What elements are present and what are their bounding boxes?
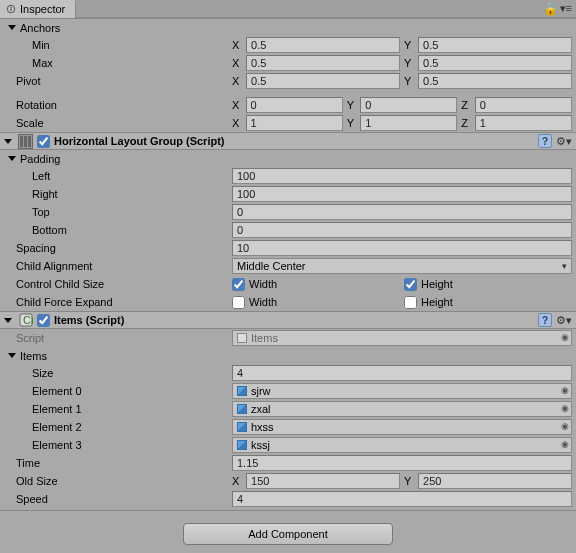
- help-icon[interactable]: ?: [538, 313, 552, 327]
- anchor-min-label: Min: [4, 39, 232, 51]
- scale-x-input[interactable]: [246, 115, 343, 131]
- size-label: Size: [4, 367, 232, 379]
- svg-point-1: [10, 7, 11, 8]
- items-array-header[interactable]: Items: [0, 347, 576, 364]
- rotation-row: Rotation X Y Z: [0, 96, 576, 114]
- oldsize-y-input[interactable]: [418, 473, 572, 489]
- hlg-title: Horizontal Layout Group (Script): [54, 135, 538, 147]
- object-picker-icon[interactable]: ◉: [561, 385, 569, 395]
- spacing-label: Spacing: [4, 242, 232, 254]
- scale-z-input[interactable]: [475, 115, 572, 131]
- anchor-max-y-input[interactable]: [418, 55, 572, 71]
- pivot-row: Pivot X Y: [0, 72, 576, 90]
- time-input[interactable]: [232, 455, 572, 471]
- lock-icon[interactable]: 🔒: [543, 2, 558, 16]
- svg-text:C#: C#: [23, 314, 33, 326]
- foldout-icon: [4, 318, 12, 323]
- hlg-component-header[interactable]: Horizontal Layout Group (Script) ? ⚙▾: [0, 132, 576, 150]
- control-child-size-label: Control Child Size: [4, 278, 232, 290]
- padding-top-input[interactable]: [232, 204, 572, 220]
- pivot-y-input[interactable]: [418, 73, 572, 89]
- rotation-label: Rotation: [4, 99, 232, 111]
- anchor-max-label: Max: [4, 57, 232, 69]
- script-icon: C#: [18, 313, 33, 328]
- gear-icon[interactable]: ⚙▾: [556, 135, 572, 148]
- cfe-height-checkbox[interactable]: [404, 296, 417, 309]
- anchor-min-x-input[interactable]: [246, 37, 400, 53]
- object-picker-icon[interactable]: ◉: [561, 439, 569, 449]
- element0-field[interactable]: sjrw◉: [232, 383, 572, 399]
- anchor-min-row: Min X Y: [0, 36, 576, 54]
- element2-field[interactable]: hxss◉: [232, 419, 572, 435]
- csharp-icon: [237, 333, 247, 343]
- size-input[interactable]: [232, 365, 572, 381]
- padding-left-input[interactable]: [232, 168, 572, 184]
- anchor-min-y-input[interactable]: [418, 37, 572, 53]
- anchors-header[interactable]: Anchors: [0, 19, 576, 36]
- svg-rect-3: [20, 136, 23, 147]
- scale-y-input[interactable]: [360, 115, 457, 131]
- svg-rect-2: [11, 8, 12, 11]
- padding-top-label: Top: [4, 206, 232, 218]
- object-picker-icon[interactable]: ◉: [561, 421, 569, 431]
- speed-input[interactable]: [232, 491, 572, 507]
- script-field[interactable]: Items◉: [232, 330, 572, 346]
- hlg-enabled-checkbox[interactable]: [37, 135, 50, 148]
- gameobject-icon: [237, 404, 247, 414]
- items-enabled-checkbox[interactable]: [37, 314, 50, 327]
- object-picker-icon[interactable]: ◉: [561, 332, 569, 342]
- tab-empty-area: 🔒 ▾≡: [76, 0, 576, 18]
- object-picker-icon[interactable]: ◉: [561, 403, 569, 413]
- axis-x-label: X: [232, 39, 242, 51]
- ccs-height-checkbox[interactable]: [404, 278, 417, 291]
- scale-label: Scale: [4, 117, 232, 129]
- cfe-width-checkbox[interactable]: [232, 296, 245, 309]
- element0-label: Element 0: [4, 385, 232, 397]
- gameobject-icon: [237, 422, 247, 432]
- padding-header[interactable]: Padding: [0, 150, 576, 167]
- padding-right-input[interactable]: [232, 186, 572, 202]
- items-title: Items (Script): [54, 314, 538, 326]
- script-label: Script: [4, 332, 232, 344]
- gameobject-icon: [237, 440, 247, 450]
- element3-label: Element 3: [4, 439, 232, 451]
- anchors-label: Anchors: [20, 22, 60, 34]
- anchor-max-x-input[interactable]: [246, 55, 400, 71]
- add-component-button[interactable]: Add Component: [183, 523, 393, 545]
- padding-left-label: Left: [4, 170, 232, 182]
- gear-icon[interactable]: ⚙▾: [556, 314, 572, 327]
- spacing-input[interactable]: [232, 240, 572, 256]
- inspector-tab[interactable]: Inspector: [0, 0, 76, 18]
- time-label: Time: [4, 457, 232, 469]
- foldout-icon: [8, 353, 16, 358]
- rotation-y-input[interactable]: [360, 97, 457, 113]
- speed-label: Speed: [4, 493, 232, 505]
- padding-bottom-input[interactable]: [232, 222, 572, 238]
- rotation-z-input[interactable]: [475, 97, 572, 113]
- padding-right-label: Right: [4, 188, 232, 200]
- oldsize-x-input[interactable]: [246, 473, 400, 489]
- inspector-tab-label: Inspector: [20, 3, 65, 15]
- element1-field[interactable]: zxal◉: [232, 401, 572, 417]
- help-icon[interactable]: ?: [538, 134, 552, 148]
- pivot-x-input[interactable]: [246, 73, 400, 89]
- axis-y-label: Y: [404, 39, 414, 51]
- scale-row: Scale X Y Z: [0, 114, 576, 132]
- tab-menu-icon[interactable]: ▾≡: [560, 2, 572, 15]
- svg-rect-5: [28, 136, 31, 147]
- element1-label: Element 1: [4, 403, 232, 415]
- foldout-icon: [8, 25, 16, 30]
- child-force-expand-label: Child Force Expand: [4, 296, 232, 308]
- child-alignment-label: Child Alignment: [4, 260, 232, 272]
- rotation-x-input[interactable]: [246, 97, 343, 113]
- layout-icon: [18, 134, 33, 149]
- gameobject-icon: [237, 386, 247, 396]
- items-component-header[interactable]: C# Items (Script) ? ⚙▾: [0, 311, 576, 329]
- child-alignment-value: Middle Center: [237, 260, 305, 272]
- ccs-width-checkbox[interactable]: [232, 278, 245, 291]
- child-alignment-dropdown[interactable]: Middle Center▾: [232, 258, 572, 274]
- info-icon: [6, 4, 16, 14]
- element3-field[interactable]: kssj◉: [232, 437, 572, 453]
- element2-label: Element 2: [4, 421, 232, 433]
- foldout-icon: [4, 139, 12, 144]
